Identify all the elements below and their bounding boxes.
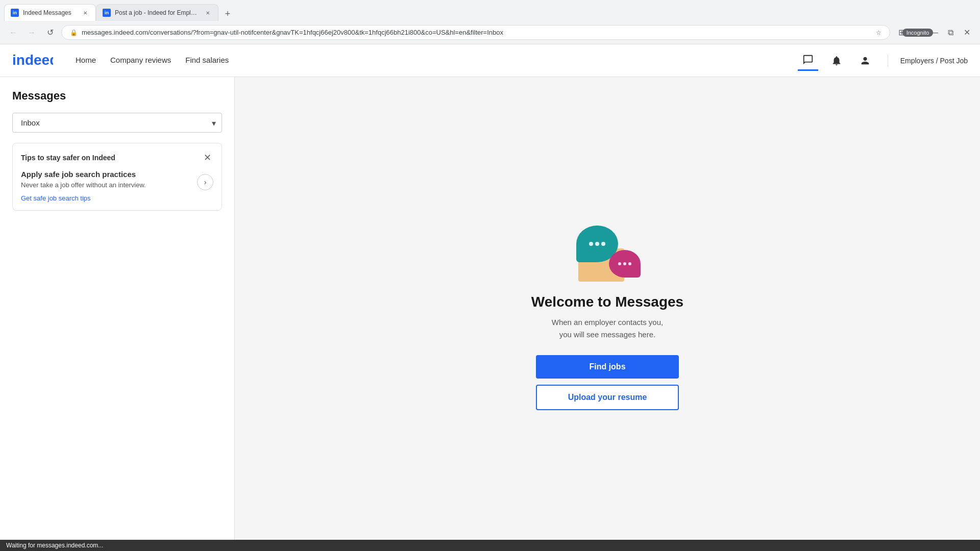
safety-tip-text: Never take a job offer without an interv… [21, 181, 191, 190]
profile-icon-btn[interactable] [855, 51, 875, 71]
pink-bubble [609, 250, 641, 278]
address-bar-right: ⊞ Incognito — ⧉ ✕ [894, 26, 974, 40]
back-button[interactable]: ← [6, 26, 20, 40]
nav-company-reviews[interactable]: Company reviews [104, 44, 177, 77]
nav-divider [888, 55, 888, 67]
bell-icon [831, 55, 842, 66]
pink-dots [618, 262, 631, 265]
main-nav: indeed Home Company reviews Find salarie… [0, 44, 980, 77]
notifications-icon-btn[interactable] [826, 51, 847, 71]
teal-dots [589, 242, 605, 246]
dot-1 [589, 242, 593, 246]
upload-resume-button[interactable]: Upload your resume [536, 385, 679, 410]
indeed-logo-svg: indeed [12, 52, 53, 68]
nav-links: Home Company reviews Find salaries [69, 44, 798, 77]
tab-favicon-2: in [103, 9, 111, 17]
indeed-logo[interactable]: indeed [12, 52, 53, 69]
left-panel: Messages Inbox Sent Archived ▾ Tips to s… [0, 77, 235, 551]
url-text: messages.indeed.com/conversations/?from=… [82, 29, 872, 36]
welcome-title: Welcome to Messages [531, 294, 683, 310]
message-illustration [574, 226, 641, 282]
messages-heading: Messages [12, 89, 222, 103]
tab-post-job[interactable]: in Post a job - Indeed for Employe... ✕ [96, 4, 218, 21]
dot-3 [601, 242, 605, 246]
dot-4 [618, 262, 621, 265]
safety-next-button[interactable]: › [197, 174, 213, 190]
safety-tip-item: Apply safe job search practices Never ta… [21, 170, 213, 202]
nav-find-salaries[interactable]: Find salaries [179, 44, 235, 77]
restore-button[interactable]: ⧉ [943, 26, 958, 40]
tab-indeed-messages[interactable]: in Indeed Messages ✕ [4, 4, 96, 21]
new-tab-button[interactable]: + [220, 7, 235, 21]
tab-favicon-1: in [11, 9, 19, 17]
welcome-subtitle: When an employer contacts you,you will s… [552, 316, 663, 341]
dot-2 [595, 242, 599, 246]
url-bar[interactable]: 🔒 messages.indeed.com/conversations/?fro… [61, 25, 890, 40]
browser-chrome: in Indeed Messages ✕ in Post a job - Ind… [0, 0, 980, 44]
safety-tip-title: Apply safe job search practices [21, 170, 191, 179]
tab-bar: in Indeed Messages ✕ in Post a job - Ind… [0, 0, 980, 21]
nav-home[interactable]: Home [69, 44, 102, 77]
minimize-button[interactable]: — [927, 26, 941, 40]
profile-button[interactable]: Incognito [911, 26, 925, 40]
find-jobs-button[interactable]: Find jobs [536, 355, 679, 379]
dot-5 [623, 262, 626, 265]
safety-tip-link[interactable]: Get safe job search tips [21, 194, 91, 202]
status-text: Waiting for messages.indeed.com... [6, 542, 103, 549]
tab-title-1: Indeed Messages [23, 9, 77, 16]
person-icon [860, 55, 871, 66]
close-window-button[interactable]: ✕ [960, 26, 974, 40]
forward-button[interactable]: → [24, 26, 39, 40]
safety-close-button[interactable]: ✕ [201, 152, 213, 164]
dot-6 [628, 262, 631, 265]
tab-title-2: Post a job - Indeed for Employe... [115, 9, 200, 16]
inbox-select[interactable]: Inbox Sent Archived [12, 113, 222, 133]
messages-icon [802, 54, 814, 65]
lock-icon: 🔒 [70, 29, 78, 36]
main-container: Messages Inbox Sent Archived ▾ Tips to s… [0, 77, 980, 551]
safety-card-title: Tips to stay safer on Indeed [21, 154, 115, 162]
employers-link[interactable]: Employers / Post Job [900, 57, 968, 65]
status-bar: Waiting for messages.indeed.com... [0, 540, 980, 551]
tab-close-1[interactable]: ✕ [81, 9, 89, 17]
inbox-select-wrapper: Inbox Sent Archived ▾ [12, 113, 222, 133]
bookmark-icon[interactable]: ☆ [876, 29, 881, 36]
welcome-content: Welcome to Messages When an employer con… [531, 226, 683, 410]
right-panel: Welcome to Messages When an employer con… [235, 77, 980, 551]
messages-icon-btn[interactable] [798, 51, 818, 71]
reload-button[interactable]: ↺ [43, 26, 57, 40]
safety-tip-content: Apply safe job search practices Never ta… [21, 170, 191, 202]
svg-text:indeed: indeed [12, 52, 53, 68]
safety-card: Tips to stay safer on Indeed ✕ Apply saf… [12, 143, 222, 211]
nav-right: Employers / Post Job [798, 51, 968, 71]
address-bar: ← → ↺ 🔒 messages.indeed.com/conversation… [0, 21, 980, 44]
safety-card-header: Tips to stay safer on Indeed ✕ [21, 152, 213, 164]
tab-close-2[interactable]: ✕ [204, 9, 212, 17]
